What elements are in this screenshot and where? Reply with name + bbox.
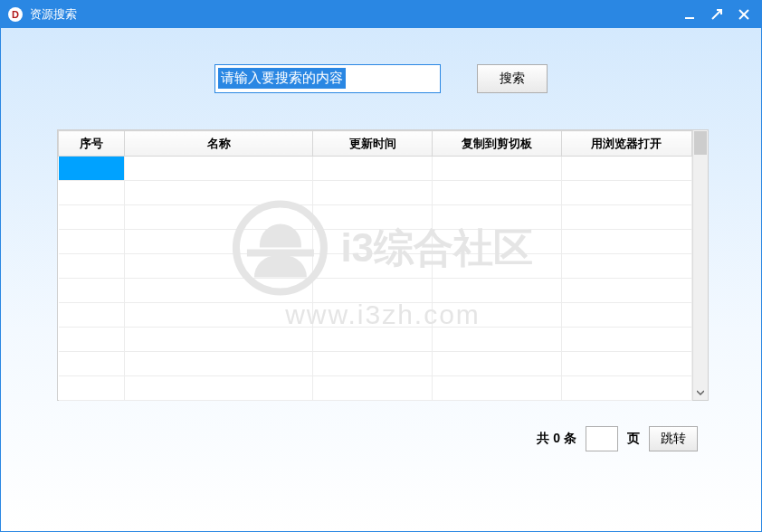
search-input[interactable]	[214, 64, 441, 93]
scrollbar-thumb[interactable]	[694, 131, 707, 155]
window-body: 请输入要搜索的内容 搜索 序号 名称 更新时间 复制到剪切板 用浏览器打开	[1, 28, 761, 531]
table-row[interactable]	[59, 230, 692, 254]
table-body	[59, 157, 692, 401]
col-name[interactable]: 名称	[125, 131, 313, 157]
col-copy[interactable]: 复制到剪切板	[433, 131, 561, 157]
page-input[interactable]	[586, 426, 618, 451]
table-row[interactable]	[59, 328, 692, 352]
col-open[interactable]: 用浏览器打开	[561, 131, 691, 157]
table-scrollbar[interactable]	[692, 130, 708, 400]
table-row[interactable]	[59, 279, 692, 303]
maximize-button[interactable]	[703, 1, 730, 28]
app-icon: D	[8, 7, 23, 22]
table-row[interactable]	[59, 205, 692, 230]
search-input-wrap: 请输入要搜索的内容	[214, 64, 441, 93]
search-button[interactable]: 搜索	[477, 64, 548, 93]
table-row[interactable]	[59, 303, 692, 328]
titlebar[interactable]: D 资源搜索	[1, 1, 761, 28]
table-row[interactable]	[59, 352, 692, 376]
minimize-button[interactable]	[676, 1, 703, 28]
col-index[interactable]: 序号	[59, 131, 125, 157]
results-table-wrap: 序号 名称 更新时间 复制到剪切板 用浏览器打开	[57, 129, 709, 401]
table-header-row: 序号 名称 更新时间 复制到剪切板 用浏览器打开	[59, 131, 692, 157]
close-button[interactable]	[730, 1, 757, 28]
app-window: D 资源搜索 请输入要搜索的内容 搜索	[0, 0, 762, 532]
table-row[interactable]	[59, 376, 692, 401]
table-row[interactable]	[59, 181, 692, 205]
col-updated[interactable]: 更新时间	[313, 131, 433, 157]
window-title: 资源搜索	[30, 6, 676, 23]
pagination-footer: 共 0 条 页 跳转	[28, 426, 698, 451]
scrollbar-down-icon[interactable]	[693, 385, 708, 400]
table-row[interactable]	[59, 254, 692, 279]
jump-button[interactable]: 跳转	[649, 426, 698, 451]
table-row[interactable]	[59, 157, 692, 181]
results-table: 序号 名称 更新时间 复制到剪切板 用浏览器打开	[58, 130, 692, 401]
search-row: 请输入要搜索的内容 搜索	[28, 64, 734, 93]
svg-line-1	[712, 10, 721, 19]
page-unit-label: 页	[627, 431, 640, 447]
total-label: 共 0 条	[537, 431, 576, 447]
